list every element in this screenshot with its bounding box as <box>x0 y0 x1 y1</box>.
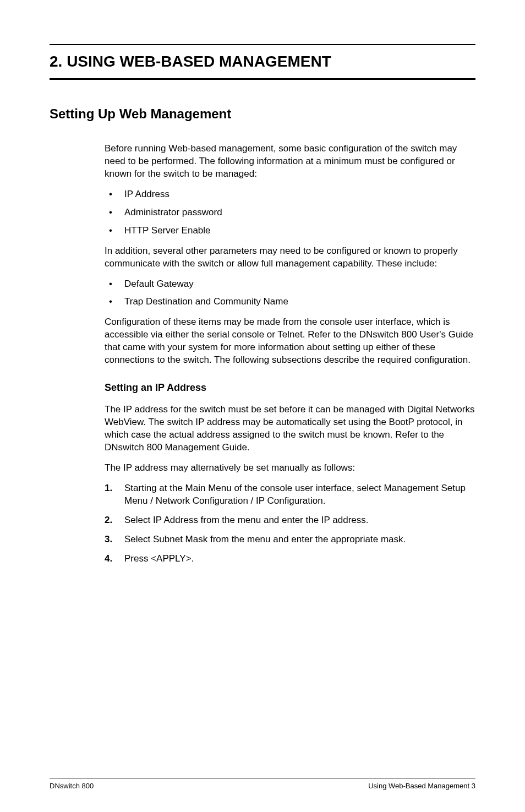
list-item: HTTP Server Enable <box>105 225 475 237</box>
section-title: Setting Up Web Management <box>50 106 475 122</box>
minimum-config-list: IP Address Administrator password HTTP S… <box>105 188 475 237</box>
list-item: Trap Destination and Community Name <box>105 296 475 308</box>
additional-paragraph: In addition, several other parameters ma… <box>105 245 475 270</box>
chapter-title: 2. USING WEB-BASED MANAGEMENT <box>50 44 475 80</box>
list-item: Administrator password <box>105 206 475 219</box>
list-item: Select Subnet Mask from the menu and ent… <box>105 533 475 546</box>
steps-list: Starting at the Main Menu of the console… <box>105 482 475 565</box>
content-block: Before running Web-based management, som… <box>105 143 475 565</box>
ip-paragraph-1: The IP address for the switch must be se… <box>105 404 475 454</box>
footer-right: Using Web-Based Management 3 <box>368 782 475 790</box>
list-item: IP Address <box>105 188 475 201</box>
subsection-title: Setting an IP Address <box>105 382 475 394</box>
config-note-paragraph: Configuration of these items may be made… <box>105 316 475 367</box>
ip-paragraph-2: The IP address may alternatively be set … <box>105 462 475 475</box>
footer-left: DNswitch 800 <box>50 782 94 790</box>
intro-paragraph: Before running Web-based management, som… <box>105 143 475 181</box>
list-item: Select IP Address from the menu and ente… <box>105 514 475 527</box>
list-item: Press <APPLY>. <box>105 553 475 565</box>
additional-config-list: Default Gateway Trap Destination and Com… <box>105 278 475 309</box>
list-item: Starting at the Main Menu of the console… <box>105 482 475 508</box>
list-item: Default Gateway <box>105 278 475 291</box>
page-footer: DNswitch 800 Using Web-Based Management … <box>50 778 475 790</box>
